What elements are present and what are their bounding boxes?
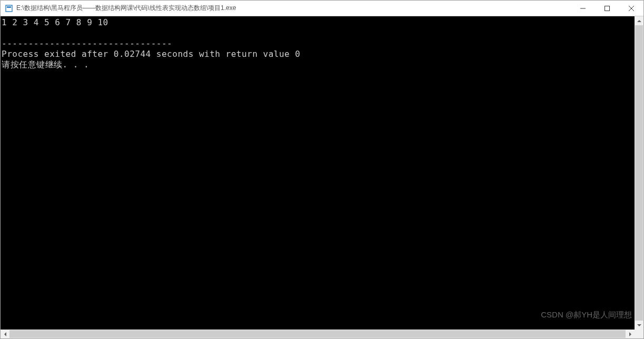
svg-rect-3	[605, 6, 610, 11]
svg-marker-6	[637, 20, 641, 22]
console-output[interactable]: 1 2 3 4 5 6 7 8 9 10 -------------------…	[1, 16, 635, 330]
maximize-button[interactable]	[595, 1, 619, 16]
svg-marker-7	[637, 324, 641, 326]
scrollbar-corner	[635, 330, 643, 338]
output-line: 1 2 3 4 5 6 7 8 9 10	[2, 17, 108, 27]
close-button[interactable]	[619, 1, 643, 16]
svg-rect-1	[7, 6, 11, 8]
console-area: 1 2 3 4 5 6 7 8 9 10 -------------------…	[1, 16, 643, 330]
horizontal-scroll-track[interactable]	[9, 330, 626, 338]
window-title: E:\数据结构\黑马程序员——数据结构网课\代码\线性表实现动态数组\项目1.e…	[16, 4, 571, 13]
scroll-up-button[interactable]	[635, 16, 643, 25]
app-icon	[5, 4, 13, 13]
vertical-scroll-track[interactable]	[635, 25, 643, 321]
horizontal-scroll-thumb[interactable]	[9, 330, 626, 338]
horizontal-scrollbar[interactable]	[1, 330, 635, 338]
scroll-left-button[interactable]	[1, 330, 9, 338]
titlebar: E:\数据结构\黑马程序员——数据结构网课\代码\线性表实现动态数组\项目1.e…	[1, 1, 643, 16]
svg-marker-8	[4, 332, 6, 336]
console-window: E:\数据结构\黑马程序员——数据结构网课\代码\线性表实现动态数组\项目1.e…	[0, 0, 644, 339]
minimize-button[interactable]	[571, 1, 595, 16]
output-line: Process exited after 0.02744 seconds wit…	[2, 49, 300, 59]
output-line: --------------------------------	[2, 38, 172, 48]
bottom-scrollbar-row	[1, 330, 643, 338]
svg-marker-9	[629, 332, 631, 336]
scroll-right-button[interactable]	[626, 330, 635, 338]
vertical-scrollbar[interactable]	[635, 16, 643, 330]
vertical-scroll-thumb[interactable]	[635, 25, 643, 321]
output-line: 请按任意键继续. . .	[2, 59, 89, 69]
svg-rect-0	[6, 5, 12, 12]
window-controls	[571, 1, 643, 16]
scroll-down-button[interactable]	[635, 321, 643, 330]
